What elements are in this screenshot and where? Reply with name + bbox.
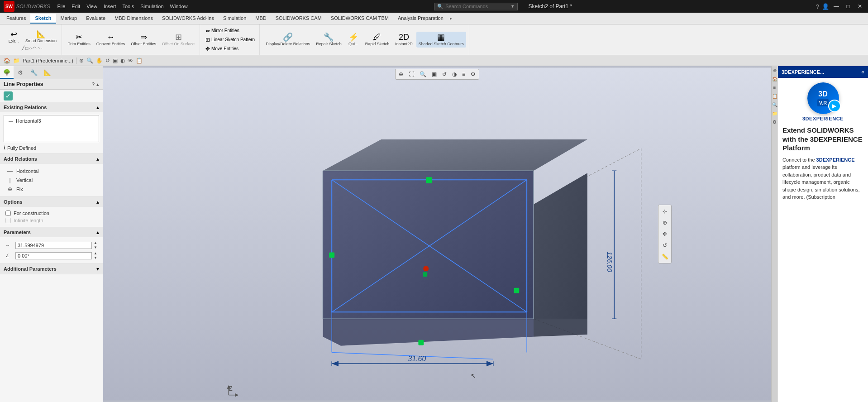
vt-zoom-fit[interactable]: ⛶ <box>406 70 416 78</box>
additional-params-collapse[interactable]: ▾ <box>96 266 99 272</box>
length-input[interactable] <box>15 242 92 249</box>
view-display-icon[interactable]: ◐ <box>120 57 125 64</box>
tab-analysis[interactable]: Analysis Preparation <box>393 14 448 24</box>
menu-simulation[interactable]: Simulation <box>138 3 166 10</box>
existing-relations-header[interactable]: Existing Relations ▴ <box>0 102 103 112</box>
menu-file[interactable]: File <box>55 3 68 10</box>
vt-rotate[interactable]: ↺ <box>440 70 449 78</box>
options-header[interactable]: Options ▴ <box>0 197 103 207</box>
add-relations-collapse[interactable]: ▴ <box>96 156 99 162</box>
angle-down-arrow[interactable]: ▼ <box>94 256 97 260</box>
tab-markup[interactable]: Markup <box>56 14 82 24</box>
tab-sw-cam[interactable]: SOLIDWORKS CAM <box>271 14 326 24</box>
menu-edit[interactable]: Edit <box>69 3 83 10</box>
view-zoom-icon[interactable]: 🔍 <box>86 57 93 64</box>
vrb-rotate[interactable]: ↺ <box>660 240 670 250</box>
add-relation-fix[interactable]: ⊕ Fix <box>4 185 99 194</box>
tab-simulation[interactable]: Simulation <box>219 14 251 24</box>
instant2d-button[interactable]: 2D Instant2D <box>393 32 415 48</box>
angle-up-arrow[interactable]: ▲ <box>94 251 97 256</box>
view-orient-icon[interactable]: ⊕ <box>79 57 84 64</box>
repair-sketch-button[interactable]: 🔧 Repair Sketch <box>314 32 344 48</box>
menu-tools[interactable]: Tools <box>119 3 137 10</box>
panel-tab-property-manager[interactable]: ⚙ <box>14 66 27 79</box>
experience-collapse-button[interactable]: « <box>861 69 864 75</box>
length-up-arrow[interactable]: ▲ <box>94 241 97 245</box>
panel-tab-feature-manager[interactable]: 🌳 <box>0 66 14 79</box>
move-entities-button[interactable]: ✥ Move Entities <box>204 45 257 53</box>
panel-help-icon[interactable]: ? <box>92 81 95 87</box>
quick-button[interactable]: ⚡ Qui... <box>345 32 362 48</box>
rsb-icon-6[interactable]: 📁 <box>772 109 777 118</box>
sketch-tool-circle[interactable]: ○ <box>29 46 32 51</box>
parameters-collapse[interactable]: ▴ <box>96 229 99 235</box>
viewport[interactable]: 31.60 ↖ 126.00 Z ⊕ ⛶ 🔍 <box>103 66 771 402</box>
vt-settings[interactable]: ⚙ <box>468 70 478 78</box>
panel-tab-config-manager[interactable]: 🔧 <box>27 66 41 79</box>
for-construction-checkbox[interactable] <box>5 211 11 216</box>
vt-display[interactable]: ◑ <box>450 70 459 78</box>
linear-pattern-button[interactable]: ⊞ Linear Sketch Pattern <box>204 36 257 44</box>
convert-entities-button[interactable]: ↔ Convert Entities <box>94 32 128 48</box>
tab-evaluate[interactable]: Evaluate <box>81 14 110 24</box>
vrb-select[interactable]: ⊹ <box>660 206 670 216</box>
search-dropdown-icon[interactable]: ▼ <box>510 4 515 9</box>
search-input[interactable] <box>445 4 509 9</box>
tab-sw-addins[interactable]: SOLIDWORKS Add-Ins <box>157 14 219 24</box>
infinite-length-checkbox[interactable] <box>5 218 11 223</box>
menu-insert[interactable]: Insert <box>101 3 119 10</box>
view-pan-icon[interactable]: ✋ <box>96 57 103 64</box>
rsb-icon-2[interactable]: 🏠 <box>772 75 777 83</box>
vt-hide-lines[interactable]: ≡ <box>460 70 467 78</box>
mirror-entities-button[interactable]: ⇔ Mirror Entities <box>204 27 257 35</box>
add-relation-horizontal[interactable]: — Horizontal <box>4 167 99 176</box>
vt-view-selector[interactable]: ⊕ <box>396 70 405 78</box>
offset-entities-button[interactable]: ⇒ Offset Entities <box>129 32 158 48</box>
menu-window[interactable]: Window <box>167 3 191 10</box>
tab-sw-cam-tbm[interactable]: SOLIDWORKS CAM TBM <box>326 14 393 24</box>
exp-body-link[interactable]: 3DEXPERIENCE <box>816 157 855 163</box>
menu-view[interactable]: View <box>84 3 100 10</box>
sketch-tool-rect[interactable]: □ <box>25 46 28 51</box>
view-section-icon[interactable]: ▣ <box>113 57 118 64</box>
add-relation-vertical[interactable]: | Vertical <box>4 176 99 185</box>
additional-params-header[interactable]: Additional Parameters ▾ <box>0 264 103 274</box>
sketch-tool-point[interactable]: · <box>41 46 43 51</box>
help-icon[interactable]: ? <box>816 3 819 10</box>
sketch-tool-spline[interactable]: ~ <box>38 46 40 51</box>
rsb-icon-5[interactable]: 🔍 <box>772 100 777 109</box>
vrb-zoom[interactable]: ⊕ <box>660 218 670 228</box>
rsb-icon-3[interactable]: ≡ <box>773 83 776 92</box>
sketch-tool-line[interactable]: ╱ <box>22 46 24 51</box>
existing-relations-collapse[interactable]: ▴ <box>96 104 99 110</box>
parameters-header[interactable]: Parameters ▴ <box>0 227 103 237</box>
rsb-icon-7[interactable]: ⚙ <box>773 118 777 126</box>
rsb-icon-1[interactable]: ⊕ <box>773 66 777 75</box>
offset-surface-button[interactable]: ⊞ Offset On Surface <box>160 32 197 48</box>
cmd-home-icon[interactable]: 🏠 <box>4 57 10 64</box>
smart-dimension-button[interactable]: 📐 Smart Dimension <box>23 29 59 44</box>
sketch-tool-arc[interactable]: ◠ <box>33 46 37 51</box>
trim-entities-button[interactable]: ✂ Trim Entities <box>66 32 93 48</box>
tab-features[interactable]: Features <box>2 14 30 24</box>
maximize-button[interactable]: □ <box>844 3 853 10</box>
exit-sketch-button[interactable]: ↩ Exit... <box>5 29 22 45</box>
view-sketch-icon[interactable]: 📋 <box>136 57 143 64</box>
view-hide-show-icon[interactable]: 👁 <box>128 57 133 64</box>
length-down-arrow[interactable]: ▼ <box>94 245 97 250</box>
tab-sketch[interactable]: Sketch <box>30 14 56 24</box>
angle-input[interactable] <box>15 252 92 259</box>
display-delete-button[interactable]: 🔗 Display/Delete Relations <box>263 32 312 48</box>
minimize-button[interactable]: — <box>832 3 841 10</box>
tab-mbd-dimensions[interactable]: MBD Dimensions <box>110 14 157 24</box>
vrb-measure[interactable]: 📏 <box>660 252 670 262</box>
ribbon-overflow-arrow[interactable]: ▸ <box>450 16 452 21</box>
panel-tab-dim-expert[interactable]: 📐 <box>41 66 54 79</box>
vrb-pan[interactable]: ✥ <box>660 229 670 239</box>
vt-section[interactable]: ▣ <box>429 70 439 78</box>
options-collapse[interactable]: ▴ <box>96 199 99 205</box>
rapid-sketch-button[interactable]: 🖊 Rapid Sketch <box>363 32 392 48</box>
panel-collapse-icon[interactable]: ▴ <box>96 81 99 87</box>
view-rotate-icon[interactable]: ↺ <box>105 57 110 64</box>
rsb-icon-4[interactable]: 📋 <box>772 92 777 100</box>
